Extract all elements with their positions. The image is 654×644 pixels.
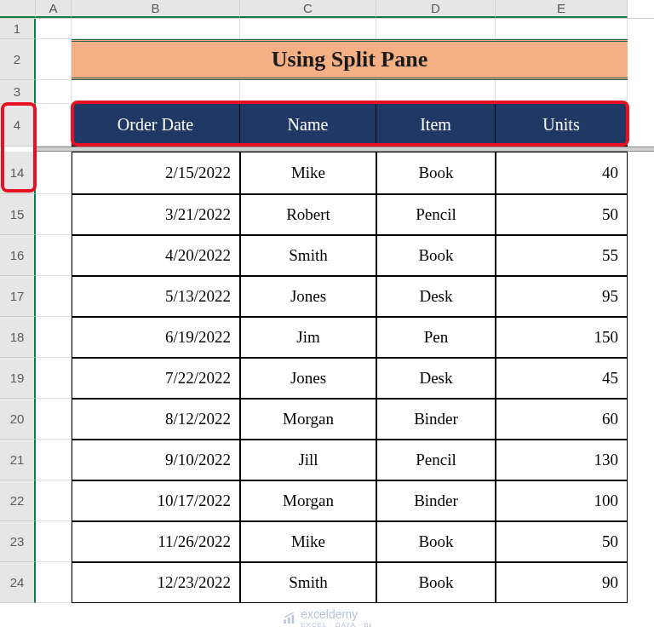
title-banner: Using Split Pane xyxy=(72,39,628,80)
table-row: 3/21/2022 Robert Pencil 50 xyxy=(36,194,628,235)
cell-date[interactable]: 10/17/2022 xyxy=(72,480,240,521)
cell-date[interactable]: 9/10/2022 xyxy=(72,440,240,480)
cell-date[interactable]: 4/20/2022 xyxy=(72,235,240,276)
svg-rect-0 xyxy=(284,619,286,624)
cell-units[interactable]: 40 xyxy=(496,152,628,194)
cell-name[interactable]: Smith xyxy=(240,562,376,603)
cell-item[interactable]: Pencil xyxy=(376,194,496,235)
row-header-22[interactable]: 22 xyxy=(0,480,36,521)
sheet-body: 1 2 3 4 14 15 16 17 18 19 20 21 22 23 24 xyxy=(0,19,654,644)
cell-name[interactable]: Morgan xyxy=(240,480,376,521)
cell-units[interactable]: 100 xyxy=(496,480,628,521)
cell-units[interactable]: 60 xyxy=(496,399,628,440)
column-header-C[interactable]: C xyxy=(240,0,376,18)
cell-date[interactable]: 11/26/2022 xyxy=(72,521,240,562)
table-row: 6/19/2022 Jim Pen 150 xyxy=(36,317,628,358)
cell-units[interactable]: 90 xyxy=(496,562,628,603)
watermark-icon xyxy=(282,612,295,625)
cell-item[interactable]: Desk xyxy=(376,358,496,399)
table-row: 9/10/2022 Jill Pencil 130 xyxy=(36,440,628,480)
table-row: 10/17/2022 Morgan Binder 100 xyxy=(36,480,628,521)
row-header-1[interactable]: 1 xyxy=(0,19,36,39)
cell-units[interactable]: 150 xyxy=(496,317,628,358)
column-header-B[interactable]: B xyxy=(72,0,240,18)
cell-units[interactable]: 55 xyxy=(496,235,628,276)
watermark-tagline: EXCEL · DATA · BI xyxy=(301,621,372,629)
row-header-18[interactable]: 18 xyxy=(0,317,36,358)
row-header-16[interactable]: 16 xyxy=(0,235,36,276)
row-header-15[interactable]: 15 xyxy=(0,194,36,235)
row-header-2[interactable]: 2 xyxy=(0,39,36,80)
cell-date[interactable]: 8/12/2022 xyxy=(72,399,240,440)
table-row: 12/23/2022 Smith Book 90 xyxy=(36,562,628,603)
cell-item[interactable]: Binder xyxy=(376,399,496,440)
column-header-E[interactable]: E xyxy=(496,0,628,18)
watermark-brand: exceldemy xyxy=(301,607,372,621)
column-header-row: A B C D E xyxy=(0,0,654,19)
row-headers: 1 2 3 4 14 15 16 17 18 19 20 21 22 23 24 xyxy=(0,19,36,644)
svg-rect-2 xyxy=(292,615,295,624)
cell-units[interactable]: 50 xyxy=(496,521,628,562)
table-row: 5/13/2022 Jones Desk 95 xyxy=(36,276,628,317)
cell-units[interactable]: 95 xyxy=(496,276,628,317)
spreadsheet-view: A B C D E 1 2 3 4 14 15 16 17 18 19 20 2… xyxy=(0,0,654,644)
cell-item[interactable]: Book xyxy=(376,235,496,276)
table-row: 7/22/2022 Jones Desk 45 xyxy=(36,358,628,399)
cell-name[interactable]: Smith xyxy=(240,235,376,276)
table-row: 8/12/2022 Morgan Binder 60 xyxy=(36,399,628,440)
cell-date[interactable]: 2/15/2022 xyxy=(72,152,240,194)
cell-name[interactable]: Jim xyxy=(240,317,376,358)
cell-date[interactable]: 5/13/2022 xyxy=(72,276,240,317)
header-name: Name xyxy=(240,104,376,147)
cell-units[interactable]: 130 xyxy=(496,440,628,480)
table-row: 2/15/2022 Mike Book 40 xyxy=(36,152,628,194)
split-pane-divider[interactable] xyxy=(36,147,654,152)
cell-name[interactable]: Morgan xyxy=(240,399,376,440)
header-item: Item xyxy=(376,104,496,147)
cell-date[interactable]: 7/22/2022 xyxy=(72,358,240,399)
cell-item[interactable]: Book xyxy=(376,152,496,194)
row-header-14[interactable]: 14 xyxy=(0,152,36,194)
row-header-23[interactable]: 23 xyxy=(0,521,36,562)
cell-date[interactable]: 6/19/2022 xyxy=(72,317,240,358)
cell-units[interactable]: 50 xyxy=(496,194,628,235)
table-row: 4/20/2022 Smith Book 55 xyxy=(36,235,628,276)
select-all-corner[interactable] xyxy=(0,0,36,18)
row-header-21[interactable]: 21 xyxy=(0,440,36,480)
cell-name[interactable]: Mike xyxy=(240,521,376,562)
row-header-24[interactable]: 24 xyxy=(0,562,36,603)
column-header-D[interactable]: D xyxy=(376,0,496,18)
row-header-3[interactable]: 3 xyxy=(0,80,36,104)
cell-name[interactable]: Jones xyxy=(240,276,376,317)
table-row: 11/26/2022 Mike Book 50 xyxy=(36,521,628,562)
svg-rect-1 xyxy=(288,617,290,623)
row-header-17[interactable]: 17 xyxy=(0,276,36,317)
grid-area[interactable]: Using Split Pane Order Date Name Item Un… xyxy=(36,19,654,644)
row-header-19[interactable]: 19 xyxy=(0,358,36,399)
cell-name[interactable]: Mike xyxy=(240,152,376,194)
cell-date[interactable]: 12/23/2022 xyxy=(72,562,240,603)
header-units: Units xyxy=(496,104,628,147)
cell-date[interactable]: 3/21/2022 xyxy=(72,194,240,235)
cell-units[interactable]: 45 xyxy=(496,358,628,399)
header-order-date: Order Date xyxy=(72,104,240,147)
table-header-row: Order Date Name Item Units xyxy=(36,104,628,147)
row-header-4[interactable]: 4 xyxy=(0,104,36,147)
cell-item[interactable]: Pen xyxy=(376,317,496,358)
cell-name[interactable]: Robert xyxy=(240,194,376,235)
cell-item[interactable]: Book xyxy=(376,521,496,562)
cell-item[interactable]: Book xyxy=(376,562,496,603)
watermark: exceldemy EXCEL · DATA · BI xyxy=(282,607,372,629)
cell-item[interactable]: Desk xyxy=(376,276,496,317)
row-header-20[interactable]: 20 xyxy=(0,399,36,440)
cell-name[interactable]: Jones xyxy=(240,358,376,399)
cell-item[interactable]: Binder xyxy=(376,480,496,521)
cell-name[interactable]: Jill xyxy=(240,440,376,480)
cell-item[interactable]: Pencil xyxy=(376,440,496,480)
column-header-A[interactable]: A xyxy=(36,0,72,18)
